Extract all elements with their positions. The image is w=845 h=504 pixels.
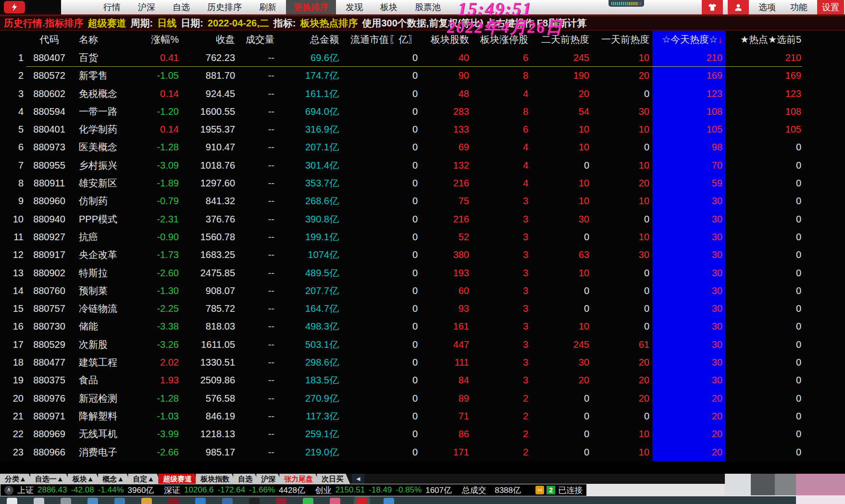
table-row[interactable]: 3880602免税概念0.14924.45--161.1亿04842001231…	[0, 85, 845, 103]
table-cell: 447	[421, 336, 472, 354]
folder-icon[interactable]	[141, 498, 152, 504]
tab-自选[interactable]: 自选	[233, 474, 259, 484]
table-cell: 61	[592, 336, 652, 354]
table-row[interactable]: 12880917央企改革-1.731683.25--1074亿038036330…	[0, 246, 845, 264]
compass-icon[interactable]	[384, 498, 394, 504]
barcode-icon[interactable]	[168, 498, 179, 504]
search-icon[interactable]	[34, 498, 44, 504]
tab-沪深[interactable]: 沪深	[256, 474, 282, 484]
table-row[interactable]: 13880902特斯拉-2.602475.85--489.5亿019331003…	[0, 264, 845, 282]
tab-分类▲[interactable]: 分类▲	[0, 474, 33, 484]
stock-swirl-icon[interactable]	[276, 498, 286, 504]
user-button[interactable]	[728, 0, 749, 14]
table-cell: 0	[592, 210, 652, 228]
menu-functions[interactable]: 功能	[785, 0, 812, 14]
column-header-板块股数[interactable]: 板块股数	[421, 31, 472, 49]
table-row[interactable]: 1880407百货0.41762.23--69.6亿04062451021021…	[0, 49, 845, 67]
menu-item-板块[interactable]: 板块	[373, 0, 405, 14]
table-row[interactable]: 16880730储能-3.38818.03--498.3亿01613100300	[0, 318, 845, 335]
table-row[interactable]: 11880927抗癌-0.901560.78--199.1亿0523010300	[0, 228, 845, 246]
tab-板块指数[interactable]: 板块指数	[196, 474, 236, 484]
menu-item-沪深[interactable]: 沪深	[130, 0, 163, 14]
table-row[interactable]: 2880572新零售-1.05881.70--174.7亿09081902016…	[0, 67, 845, 85]
table-row[interactable]: 4880594一带一路-1.201600.55--694.0亿028385430…	[0, 103, 845, 121]
index-amount: 4428亿	[279, 485, 305, 496]
table-row[interactable]: 9880960仿制药-0.79841.32--268.6亿07531010300	[0, 192, 845, 210]
table-row[interactable]: 10880940PPP模式-2.31376.76--390.8亿02163300…	[0, 210, 845, 228]
mini-quote-widget[interactable]	[609, 0, 644, 7]
menu-item-刷新[interactable]: 刷新	[251, 0, 284, 14]
table-row[interactable]: 6880973医美概念-1.28910.47--207.1亿0694100980	[0, 138, 845, 156]
table-cell: -1.73	[139, 246, 182, 264]
qq-icon[interactable]	[195, 498, 206, 504]
table-row[interactable]: 21880971降解塑料-1.03846.19--117.3亿071200200	[0, 407, 845, 425]
menu-item-发现[interactable]: 发现	[338, 0, 371, 14]
table-cell: 880971	[26, 407, 72, 425]
task-view-icon[interactable]	[61, 498, 71, 504]
tab-次日买[interactable]: 次日买	[317, 474, 350, 484]
monitor-icon[interactable]	[114, 498, 125, 504]
menu-options[interactable]: 选项	[754, 0, 781, 14]
table-row[interactable]: 15880757冷链物流-2.25785.72--164.7亿093300300	[0, 300, 845, 318]
column-header-☆今天热度☆[interactable]: ☆今天热度☆↓	[652, 31, 725, 49]
table-cell: 880401	[26, 121, 72, 138]
table-cell: 30	[652, 192, 725, 210]
tab-自定▲[interactable]: 自定▲	[128, 474, 161, 484]
menu-item-股票池[interactable]: 股票池	[407, 0, 448, 14]
table-row[interactable]: 17880529次新股-3.261611.05--503.1亿044732456…	[0, 336, 845, 354]
table-cell: 89	[421, 390, 472, 407]
table-cell: 4	[0, 103, 26, 121]
pink-app-icon[interactable]	[330, 498, 340, 504]
menu-item-行情[interactable]: 行情	[96, 0, 128, 14]
table-cell: 1955.37	[182, 121, 238, 138]
column-header-流通市值〖亿〗[interactable]: 流通市值〖亿〗	[342, 31, 421, 49]
market-toggle-icon[interactable]: ∧	[4, 486, 13, 495]
menu-settings[interactable]: 设置	[817, 0, 844, 14]
wechat-icon[interactable]	[303, 498, 313, 504]
table-row[interactable]: 8880911雄安新区-1.891297.60--353.7亿021641020…	[0, 174, 845, 192]
column-header-成交量[interactable]: 成交量	[238, 31, 277, 49]
tdx-app-icon[interactable]	[357, 498, 367, 504]
column-header-一天前热度[interactable]: 一天前热度	[592, 31, 652, 49]
table-cell: --	[238, 282, 277, 300]
table-row[interactable]: 5880401化学制药0.141955.37--316.9亿0133610101…	[0, 121, 845, 138]
column-header-★热点★选前5[interactable]: ★热点★选前5	[725, 31, 804, 49]
tab-scroll-left-button[interactable]: ◀	[352, 474, 364, 484]
app-logo-icon[interactable]	[4, 1, 25, 13]
tab-张力尾盘[interactable]: 张力尾盘	[279, 474, 320, 484]
start-icon[interactable]	[7, 498, 17, 504]
column-header-名称[interactable]: 名称	[72, 31, 139, 49]
column-header-板块涨停股[interactable]: 板块涨停股	[472, 31, 531, 49]
column-header-收盘[interactable]: 收盘	[182, 31, 238, 49]
table-row[interactable]: 19880375食品1.932509.86--183.5亿08432020300	[0, 371, 845, 389]
table-cell: 694.0亿	[277, 103, 342, 121]
tab-自选一▲[interactable]: 自选一▲	[30, 474, 71, 484]
menu-item-历史排序[interactable]: 历史排序	[199, 0, 249, 14]
column-header-代码[interactable]: 代码	[26, 31, 72, 49]
table-cell: 3	[472, 192, 531, 210]
table-cell: 10	[531, 121, 592, 138]
menu-item-更换排序[interactable]: 更换排序	[286, 0, 336, 14]
table-cell: 161.1亿	[277, 85, 342, 103]
browser-window-icon[interactable]	[87, 498, 98, 504]
column-header-涨幅%[interactable]: 涨幅%	[139, 31, 182, 49]
menu-right: 选项 功能 设置	[609, 0, 845, 14]
remote-pc-icon[interactable]	[222, 498, 233, 504]
menu-item-自选[interactable]: 自选	[165, 0, 198, 14]
shop-shirt-button[interactable]	[702, 0, 723, 14]
table-row[interactable]: 7880955乡村振兴-3.091018.76--301.4亿013240107…	[0, 157, 845, 174]
table-row[interactable]: 23880966消费电子-2.66985.17--219.0亿017120102…	[0, 443, 845, 461]
tab-概念▲[interactable]: 概念▲	[98, 474, 131, 484]
column-header-二天前热度[interactable]: 二天前热度	[531, 31, 592, 49]
column-header-总金额[interactable]: 总金额	[277, 31, 342, 49]
table-row[interactable]: 18880477建筑工程2.021330.51--298.6亿011133020…	[0, 354, 845, 371]
tab-超级赛道[interactable]: 超级赛道	[158, 474, 199, 484]
table-row[interactable]: 22880969无线耳机-3.991218.13--259.1亿08620102…	[0, 425, 845, 443]
table-cell: 0	[725, 318, 804, 335]
mini-widget-bar	[631, 2, 632, 5]
tab-板块▲[interactable]: 板块▲	[68, 474, 101, 484]
headset-icon[interactable]	[249, 498, 260, 504]
table-row[interactable]: 20880976新冠检测-1.28576.58--270.9亿089202020…	[0, 390, 845, 407]
table-cell-filler	[804, 282, 845, 300]
table-row[interactable]: 14880760预制菜-1.30908.07--207.7亿060300300	[0, 282, 845, 300]
